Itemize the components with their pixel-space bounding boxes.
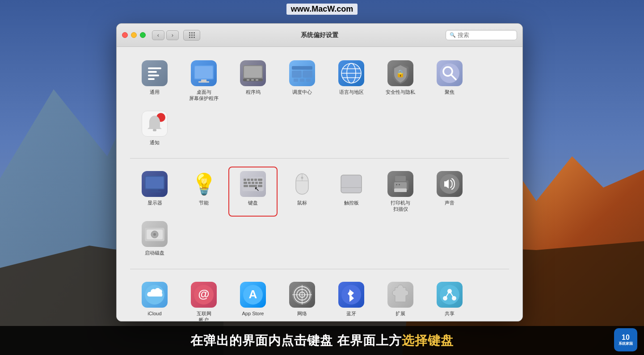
pref-item-display[interactable]: 显示器 xyxy=(130,167,179,217)
close-button[interactable] xyxy=(122,32,128,38)
pref-item-energy[interactable]: 💡 节能 xyxy=(179,167,228,217)
pref-item-startup[interactable]: 启动磁盘 xyxy=(130,217,179,260)
back-button[interactable]: ‹ xyxy=(152,30,164,40)
mouse-label: 鼠标 xyxy=(297,200,307,206)
svg-rect-16 xyxy=(251,79,254,81)
general-icon xyxy=(142,60,168,86)
language-icon xyxy=(338,60,364,86)
svg-rect-42 xyxy=(244,179,246,181)
pref-item-dock[interactable]: 程序坞 xyxy=(228,56,278,106)
keyboard-label: 键盘 xyxy=(248,200,258,206)
grid-view-button[interactable] xyxy=(183,30,200,41)
pref-item-desktop[interactable]: 桌面与屏幕保护程序 xyxy=(179,56,228,106)
pref-item-bluetooth[interactable]: 蓝牙 xyxy=(327,277,376,321)
svg-point-57 xyxy=(301,176,303,179)
logo-brand: 系统家园 xyxy=(619,341,633,346)
minimize-button[interactable] xyxy=(131,32,137,38)
svg-rect-19 xyxy=(303,71,312,78)
pref-item-printer[interactable]: 打印机与扫描仪 xyxy=(376,167,425,217)
svg-rect-64 xyxy=(396,184,397,185)
svg-rect-13 xyxy=(244,66,262,78)
network-label: 网络 xyxy=(297,310,307,317)
internet-label: 互联网帐户 xyxy=(197,310,211,321)
forward-button[interactable]: › xyxy=(166,30,179,40)
svg-rect-44 xyxy=(251,179,253,181)
svg-rect-43 xyxy=(247,179,250,181)
svg-text:A: A xyxy=(249,288,257,301)
svg-rect-17 xyxy=(256,79,258,81)
subtitle-bar: 在弹出的界面内点击键盘 在界面上方选择键盘 10 系统家园 xyxy=(0,326,644,355)
pref-item-extension[interactable]: 扩展 xyxy=(376,277,425,321)
svg-point-71 xyxy=(153,233,156,236)
pref-item-mouse[interactable]: 鼠标 xyxy=(278,167,327,217)
sharing-icon xyxy=(437,282,463,308)
svg-text:@: @ xyxy=(198,287,209,301)
svg-rect-15 xyxy=(247,79,249,81)
trackpad-label: 触控板 xyxy=(344,200,359,206)
notification-icon xyxy=(142,111,168,137)
mission-icon xyxy=(289,60,315,86)
pref-item-icloud[interactable]: iCloud xyxy=(130,277,179,321)
pref-item-notification[interactable]: 通知 xyxy=(130,106,179,150)
printer-icon xyxy=(387,171,413,197)
pref-item-appstore[interactable]: A App Store xyxy=(228,277,278,321)
svg-rect-18 xyxy=(292,71,302,78)
section-2: 显示器 💡 节能 ↖ 键盘 xyxy=(130,167,509,269)
subtitle-text: 在弹出的界面内点击键盘 在界面上方选择键盘 xyxy=(190,332,454,349)
printer-label: 打印机与扫描仪 xyxy=(391,200,410,213)
svg-rect-9 xyxy=(195,66,213,79)
maximize-button[interactable] xyxy=(140,32,146,38)
sound-icon xyxy=(437,171,463,197)
mission-label: 调度中心 xyxy=(292,89,312,95)
appstore-icon: A xyxy=(240,282,266,308)
pref-item-sharing[interactable]: 共享 xyxy=(425,277,474,321)
svg-rect-7 xyxy=(148,78,155,80)
pref-item-sound[interactable]: 声音 xyxy=(425,167,474,217)
keyboard-icon xyxy=(240,171,266,197)
desktop-icon xyxy=(191,60,217,86)
display-icon xyxy=(142,171,168,197)
pref-item-language[interactable]: 语言与地区 xyxy=(327,56,376,106)
svg-rect-63 xyxy=(394,188,407,192)
trackpad-icon xyxy=(338,171,364,197)
pref-item-spotlight[interactable]: 聚焦 xyxy=(425,56,474,106)
nav-buttons: ‹ › xyxy=(152,30,179,40)
pref-item-general[interactable]: 通用 xyxy=(130,56,179,106)
pref-item-internet[interactable]: @ 互联网帐户 xyxy=(179,277,228,321)
system-preferences-window: ‹ › 系统偏好设置 🔍 xyxy=(116,23,523,322)
section-3: iCloud @ 互联网帐户 A App Store xyxy=(130,277,509,321)
title-bar: ‹ › 系统偏好设置 🔍 xyxy=(117,24,522,47)
back-icon: ‹ xyxy=(157,32,159,38)
svg-rect-50 xyxy=(255,182,258,184)
pref-item-trackpad[interactable]: 触控板 xyxy=(327,167,376,217)
traffic-lights xyxy=(122,32,146,38)
svg-rect-51 xyxy=(259,182,262,184)
logo-number: 10 xyxy=(622,334,630,341)
svg-rect-65 xyxy=(399,184,400,185)
energy-icon: 💡 xyxy=(191,171,217,197)
svg-rect-11 xyxy=(198,81,209,83)
sharing-label: 共享 xyxy=(445,310,455,317)
search-input[interactable] xyxy=(458,32,507,38)
pref-item-network[interactable]: 网络 xyxy=(278,277,327,321)
pref-item-keyboard[interactable]: ↖ 键盘 xyxy=(228,167,278,217)
svg-rect-49 xyxy=(252,182,254,184)
svg-rect-45 xyxy=(254,179,257,181)
energy-label: 节能 xyxy=(199,200,209,206)
security-label: 安全性与隐私 xyxy=(386,89,415,95)
section-1: 通用 桌面与屏幕保护程序 程序坞 xyxy=(130,56,509,159)
display-label: 显示器 xyxy=(147,200,162,206)
icloud-icon xyxy=(142,282,168,308)
svg-rect-52 xyxy=(244,185,248,187)
pref-item-mission[interactable]: 调度中心 xyxy=(278,56,327,106)
pref-item-security[interactable]: 🔒 安全性与隐私 xyxy=(376,56,425,106)
internet-icon: @ xyxy=(191,282,217,308)
subtitle-brand: 选择键盘 xyxy=(402,334,454,347)
icloud-label: iCloud xyxy=(147,310,161,317)
svg-point-66 xyxy=(440,174,459,194)
bluetooth-label: 蓝牙 xyxy=(346,310,356,317)
forward-icon: › xyxy=(172,32,173,38)
grid-dots-icon xyxy=(189,32,195,38)
language-label: 语言与地区 xyxy=(339,89,364,95)
svg-rect-48 xyxy=(248,182,251,184)
